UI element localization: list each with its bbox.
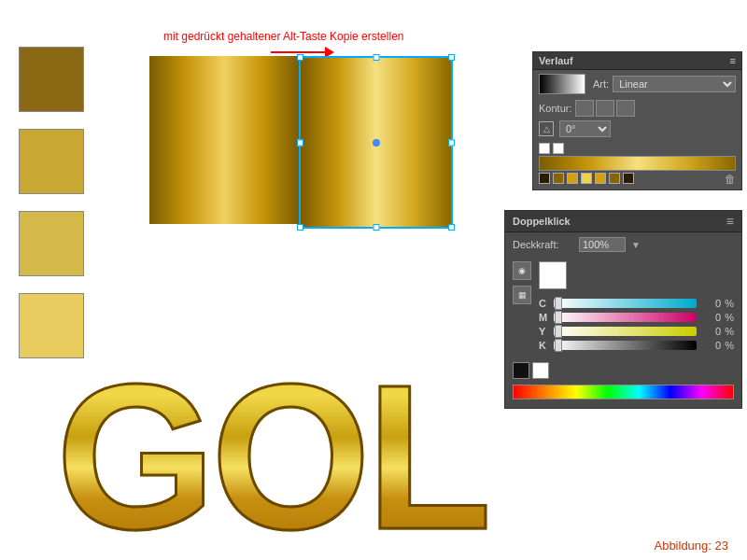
swatch-3[interactable]: [19, 211, 84, 276]
color-stop-3[interactable]: [567, 173, 578, 184]
annotation-label: mit gedrückt gehaltener Alt-Taste Kopie …: [163, 30, 403, 43]
slider-m-row: M 0 %: [539, 312, 734, 323]
slider-m-pct: %: [725, 312, 734, 323]
color-swatches: [19, 47, 84, 358]
slider-m-thumb[interactable]: [555, 311, 562, 324]
angle-row: △ 0°: [533, 119, 741, 139]
gradient-bar-area: 🗑: [533, 139, 741, 189]
swatch-white-small[interactable]: [532, 362, 549, 379]
color-stop-5[interactable]: [595, 173, 606, 184]
color-stop-4[interactable]: [581, 173, 592, 184]
slider-y-label: Y: [539, 326, 550, 337]
swatch-1[interactable]: [19, 47, 84, 112]
trash-icon[interactable]: 🗑: [725, 173, 736, 186]
color-stop-2[interactable]: [553, 173, 564, 184]
slider-m-label: M: [539, 312, 550, 323]
slider-c-thumb[interactable]: [555, 297, 562, 310]
kontur-label: Kontur:: [539, 103, 571, 114]
deckkraft-label: Deckkraft:: [513, 239, 573, 250]
art-label: Art:: [593, 78, 609, 90]
slider-k-value: 0: [700, 340, 721, 351]
handle-bl[interactable]: [297, 224, 303, 231]
arrow-line: [271, 51, 327, 53]
color-stop-6[interactable]: [609, 173, 620, 184]
slider-k-pct: %: [725, 340, 734, 351]
opacity-stop-2[interactable]: [553, 143, 564, 154]
slider-c-row: C 0 %: [539, 298, 734, 309]
verlauf-title: Verlauf: [539, 55, 573, 66]
slider-k-label: K: [539, 340, 550, 351]
bottom-label: Abbildung: 23: [654, 539, 728, 553]
slider-c-value: 0: [700, 298, 721, 309]
gradient-rects: [149, 56, 453, 229]
slider-y-value: 0: [700, 326, 721, 337]
bw-swatches: [505, 358, 741, 381]
verlauf-title-bar: Verlauf ≡: [533, 52, 741, 70]
angle-select[interactable]: 0°: [559, 120, 611, 137]
color-mode-icons: ◉ ▦: [513, 261, 531, 354]
handle-tm[interactable]: [373, 54, 379, 61]
slider-y-pct: %: [725, 326, 734, 337]
slider-c-label: C: [539, 298, 550, 309]
color-icon-1[interactable]: ◉: [513, 261, 531, 280]
handle-ml[interactable]: [297, 139, 303, 146]
art-select[interactable]: Linear: [613, 76, 736, 92]
slider-y-track[interactable]: [554, 327, 697, 336]
swatch-2[interactable]: [19, 129, 84, 194]
spectrum-bar[interactable]: [513, 385, 734, 399]
color-panel-menu-icon[interactable]: ≡: [726, 214, 734, 229]
gradient-rect-2[interactable]: [299, 56, 453, 229]
color-stop-1[interactable]: [539, 173, 550, 184]
gradient-center-dot: [373, 139, 380, 147]
kontur-buttons: [575, 100, 635, 117]
handle-br[interactable]: [448, 224, 455, 231]
slider-k-row: K 0 %: [539, 340, 734, 351]
panel-bottom-spacer: [505, 403, 741, 408]
kontur-btn-2[interactable]: [596, 100, 614, 117]
slider-m-track[interactable]: [554, 313, 697, 322]
art-row: Art: Linear: [533, 70, 741, 98]
slider-k-thumb[interactable]: [555, 339, 562, 352]
color-panel-title-bar: Doppelklick ≡: [505, 211, 741, 232]
handle-tl[interactable]: [297, 54, 303, 61]
opacity-stop[interactable]: [539, 143, 550, 154]
swatch-black[interactable]: [513, 362, 529, 379]
color-stop-7[interactable]: [623, 173, 634, 184]
deckkraft-arrow[interactable]: ▼: [631, 240, 641, 250]
color-icon-2[interactable]: ▦: [513, 286, 531, 304]
annotation-text: mit gedrückt gehaltener Alt-Taste Kopie …: [163, 30, 403, 43]
color-sliders: C 0 % M 0 % Y: [539, 261, 734, 354]
slider-y-thumb[interactable]: [555, 325, 562, 338]
color-stops-row: 🗑: [539, 173, 736, 186]
kontur-btn-1[interactable]: [575, 100, 594, 117]
kontur-btn-3[interactable]: [616, 100, 635, 117]
gradient-rect-1[interactable]: [149, 56, 299, 224]
gradient-bar[interactable]: [539, 156, 736, 171]
kontur-row: Kontur:: [533, 98, 741, 119]
slider-m-value: 0: [700, 312, 721, 323]
angle-icon: △: [539, 121, 554, 136]
deckkraft-row: Deckkraft: ▼: [505, 232, 741, 257]
gol-text: GOL: [56, 355, 487, 560]
handle-mr[interactable]: [448, 139, 455, 146]
slider-c-track[interactable]: [554, 299, 697, 308]
verlauf-panel: Verlauf ≡ Art: Linear Kontur: △ 0°: [532, 51, 742, 190]
color-panel-body: ◉ ▦ C 0 % M 0: [505, 257, 741, 358]
slider-k-track[interactable]: [554, 341, 697, 350]
color-swatch-white[interactable]: [539, 261, 567, 289]
verlauf-menu-icon[interactable]: ≡: [730, 55, 736, 66]
slider-y-row: Y 0 %: [539, 326, 734, 337]
handle-tr[interactable]: [448, 54, 455, 61]
gradient-preview[interactable]: [539, 74, 585, 94]
color-picker-panel: Doppelklick ≡ Deckkraft: ▼ ◉ ▦ C 0: [504, 210, 742, 409]
deckkraft-input[interactable]: [579, 237, 626, 252]
slider-c-pct: %: [725, 298, 734, 309]
handle-bm[interactable]: [373, 224, 379, 231]
doppelklick-label: Doppelklick: [513, 216, 571, 227]
